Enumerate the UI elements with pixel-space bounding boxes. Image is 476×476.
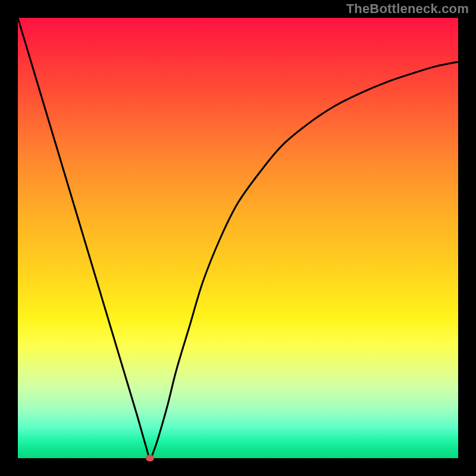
curve-svg: [18, 18, 458, 458]
chart-frame: TheBottleneck.com: [0, 0, 476, 476]
optimum-marker: [146, 455, 154, 462]
plot-area: [18, 18, 458, 458]
watermark-text: TheBottleneck.com: [346, 1, 469, 17]
bottleneck-curve: [18, 18, 458, 458]
